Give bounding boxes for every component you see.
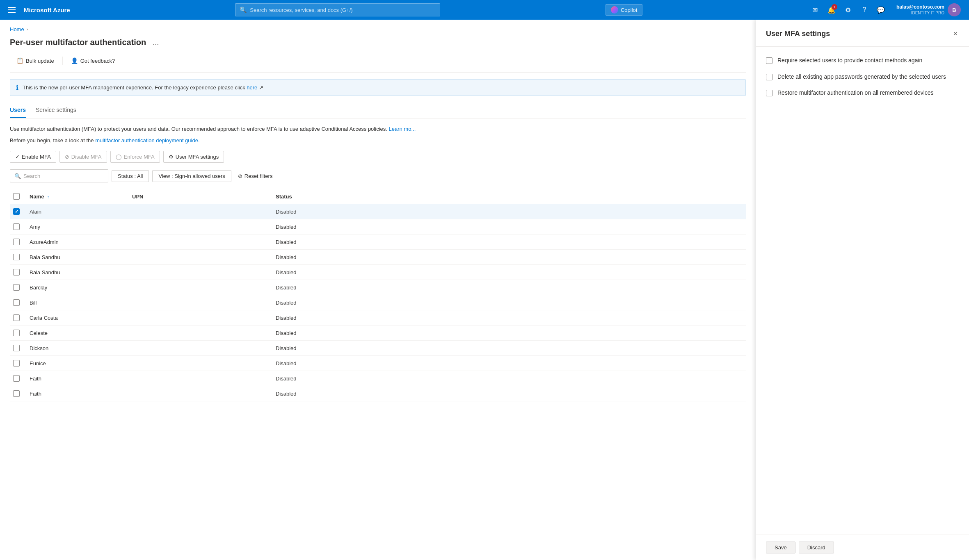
- row-checkbox-0[interactable]: [13, 208, 20, 215]
- learn-more-link[interactable]: Learn mo...: [389, 126, 416, 132]
- user-profile[interactable]: balas@contoso.com IDENTITY IT PRO B: [893, 2, 964, 18]
- info-icon: ℹ: [16, 84, 18, 91]
- description-text: Use multifactor authentication (MFA) to …: [10, 125, 746, 133]
- table-row[interactable]: Carla CostaDisabled: [10, 310, 746, 326]
- user-name-cell: AzureAdmin: [26, 234, 129, 250]
- upn-column-header[interactable]: UPN: [129, 189, 272, 204]
- select-all-checkbox[interactable]: [13, 193, 20, 200]
- table-row[interactable]: Bala SandhuDisabled: [10, 250, 746, 265]
- info-link[interactable]: here: [247, 84, 257, 91]
- enforce-mfa-icon: ◯: [116, 154, 122, 160]
- row-checkbox-1[interactable]: [13, 223, 20, 230]
- row-checkbox-12[interactable]: [13, 390, 20, 397]
- user-status-cell: Disabled: [272, 371, 746, 386]
- status-column-header[interactable]: Status: [272, 189, 746, 204]
- table-row[interactable]: AzureAdminDisabled: [10, 234, 746, 250]
- panel-body: Require selected users to provide contac…: [756, 47, 969, 535]
- row-checkbox-6[interactable]: [13, 299, 20, 306]
- settings-button[interactable]: ⚙: [841, 2, 855, 17]
- table-row[interactable]: EuniceDisabled: [10, 356, 746, 371]
- user-name-cell: Faith: [26, 371, 129, 386]
- table-row[interactable]: FaithDisabled: [10, 371, 746, 386]
- user-status-cell: Disabled: [272, 341, 746, 356]
- user-upn-cell: [129, 219, 272, 234]
- row-checkbox-2[interactable]: [13, 239, 20, 245]
- user-name-cell: Celeste: [26, 326, 129, 341]
- panel-option-checkbox-0[interactable]: [766, 57, 772, 64]
- table-row[interactable]: CelesteDisabled: [10, 326, 746, 341]
- user-mfa-settings-button[interactable]: ⚙ User MFA settings: [163, 151, 224, 163]
- table-row[interactable]: BarclayDisabled: [10, 280, 746, 295]
- user-name-cell: Carla Costa: [26, 310, 129, 326]
- panel-option-checkbox-1[interactable]: [766, 74, 772, 80]
- user-status-cell: Disabled: [272, 280, 746, 295]
- table-row[interactable]: BillDisabled: [10, 295, 746, 310]
- row-checkbox-7[interactable]: [13, 314, 20, 321]
- got-feedback-button[interactable]: 👤 Got feedback?: [64, 54, 122, 67]
- user-status-cell: Disabled: [272, 219, 746, 234]
- user-status-cell: Disabled: [272, 356, 746, 371]
- user-upn-cell: [129, 265, 272, 280]
- page-title-row: Per-user multifactor authentication ...: [10, 37, 746, 48]
- got-feedback-label: Got feedback?: [80, 58, 115, 64]
- row-checkbox-8[interactable]: [13, 330, 20, 336]
- user-upn-cell: [129, 204, 272, 219]
- name-column-header[interactable]: Name ↑: [26, 189, 129, 204]
- users-table-container: Name ↑ UPN Status AlainDisabledAmyDisabl…: [10, 189, 746, 401]
- panel-options: Require selected users to provide contac…: [766, 57, 959, 97]
- status-filter-button[interactable]: Status : All: [112, 170, 149, 182]
- main-content: Home › Per-user multifactor authenticati…: [0, 20, 756, 560]
- user-status-cell: Disabled: [272, 234, 746, 250]
- action-divider: [62, 57, 63, 65]
- global-search-input[interactable]: [250, 7, 436, 13]
- tab-users[interactable]: Users: [10, 102, 26, 118]
- table-row[interactable]: AlainDisabled: [10, 204, 746, 219]
- enable-mfa-button[interactable]: ✓ Enable MFA: [10, 151, 56, 163]
- panel-option-checkbox-2[interactable]: [766, 90, 772, 96]
- panel-option-1: Delete all existing app passwords genera…: [766, 73, 959, 81]
- row-checkbox-5[interactable]: [13, 284, 20, 291]
- discard-button[interactable]: Discard: [799, 542, 834, 553]
- copilot-button[interactable]: Copilot: [606, 4, 642, 16]
- table-row[interactable]: Bala SandhuDisabled: [10, 265, 746, 280]
- enforce-mfa-label: Enforce MFA: [124, 154, 155, 160]
- email-button[interactable]: ✉: [808, 2, 823, 17]
- more-options-button[interactable]: ...: [150, 37, 161, 48]
- save-button[interactable]: Save: [766, 542, 795, 553]
- panel-option-text-0: Require selected users to provide contac…: [777, 57, 922, 65]
- row-checkbox-10[interactable]: [13, 360, 20, 367]
- breadcrumb-home[interactable]: Home: [10, 26, 24, 32]
- bulk-update-button[interactable]: 📋 Bulk update: [10, 54, 61, 67]
- enforce-mfa-button[interactable]: ◯ Enforce MFA: [110, 151, 160, 163]
- search-input[interactable]: [23, 173, 104, 179]
- notification-button[interactable]: 🔔 1: [824, 2, 839, 17]
- close-panel-button[interactable]: ×: [951, 28, 959, 40]
- page-title: Per-user multifactor authentication: [10, 38, 146, 47]
- feedback-button[interactable]: 💬: [873, 2, 888, 17]
- tab-service-settings[interactable]: Service settings: [36, 102, 76, 118]
- user-upn-cell: [129, 356, 272, 371]
- deployment-guide-link[interactable]: multifactor authentication deployment gu…: [95, 137, 199, 143]
- user-name-cell: Bala Sandhu: [26, 250, 129, 265]
- user-name-cell: Bill: [26, 295, 129, 310]
- enable-mfa-label: Enable MFA: [22, 154, 51, 160]
- row-checkbox-3[interactable]: [13, 254, 20, 260]
- user-upn-cell: [129, 295, 272, 310]
- help-button[interactable]: ?: [857, 2, 872, 17]
- table-row[interactable]: DicksonDisabled: [10, 341, 746, 356]
- table-row[interactable]: FaithDisabled: [10, 386, 746, 401]
- user-name-cell: Barclay: [26, 280, 129, 295]
- row-checkbox-9[interactable]: [13, 345, 20, 351]
- nav-actions: ✉ 🔔 1 ⚙ ? 💬: [808, 2, 888, 17]
- search-icon: 🔍: [240, 7, 247, 13]
- user-status-cell: Disabled: [272, 326, 746, 341]
- user-avatar: B: [948, 3, 961, 16]
- table-row[interactable]: AmyDisabled: [10, 219, 746, 234]
- filter-toolbar: 🔍 Status : All View : Sign-in allowed us…: [10, 169, 746, 182]
- view-filter-button[interactable]: View : Sign-in allowed users: [152, 170, 231, 182]
- disable-mfa-button[interactable]: ⊘ Disable MFA: [59, 151, 107, 163]
- row-checkbox-11[interactable]: [13, 375, 20, 382]
- reset-filters-button[interactable]: ⊘ Reset filters: [235, 171, 276, 182]
- row-checkbox-4[interactable]: [13, 269, 20, 275]
- hamburger-menu-button[interactable]: [5, 4, 19, 16]
